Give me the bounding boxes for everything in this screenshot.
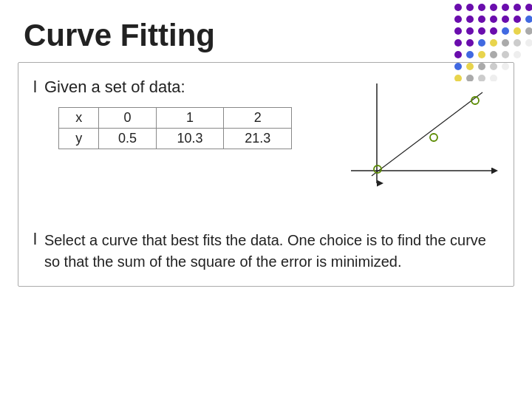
svg-line-45 bbox=[372, 92, 482, 176]
svg-point-12 bbox=[514, 16, 521, 23]
svg-point-13 bbox=[525, 16, 532, 23]
svg-point-8 bbox=[466, 16, 474, 23]
table-row-x: x 0 1 2 bbox=[59, 108, 292, 129]
table-cell-y-label: y bbox=[59, 129, 99, 149]
top-section: l Given a set of data: x 0 1 2 y 0.5 10.… bbox=[33, 76, 499, 209]
svg-point-16 bbox=[478, 27, 485, 35]
svg-point-32 bbox=[502, 51, 509, 58]
svg-point-19 bbox=[514, 27, 521, 35]
table-cell-x-0: 0 bbox=[99, 108, 156, 129]
svg-point-37 bbox=[490, 63, 497, 70]
table-cell-x-label: x bbox=[59, 108, 99, 129]
left-column: l Given a set of data: x 0 1 2 y 0.5 10.… bbox=[33, 76, 292, 149]
table-cell-y-0: 0.5 bbox=[99, 129, 156, 149]
svg-point-21 bbox=[454, 39, 462, 47]
svg-point-26 bbox=[514, 39, 521, 47]
bottom-section: l Select a curve that best fits the data… bbox=[33, 228, 499, 273]
data-table: x 0 1 2 y 0.5 10.3 21.3 bbox=[58, 107, 292, 149]
svg-point-1 bbox=[466, 4, 474, 11]
svg-point-23 bbox=[478, 39, 485, 47]
content-area: l Given a set of data: x 0 1 2 y 0.5 10.… bbox=[18, 62, 514, 287]
svg-point-0 bbox=[454, 4, 462, 11]
svg-point-6 bbox=[525, 4, 532, 11]
svg-point-28 bbox=[454, 51, 462, 58]
svg-point-20 bbox=[525, 27, 532, 35]
svg-point-22 bbox=[466, 39, 474, 47]
decorative-dot-grid: // dots drawn inline below bbox=[451, 0, 532, 81]
svg-point-47 bbox=[430, 134, 437, 141]
bullet2-marker: l bbox=[33, 230, 37, 249]
svg-point-2 bbox=[478, 4, 485, 11]
table-cell-y-1: 10.3 bbox=[156, 129, 224, 149]
bottom-text: Select a curve that best fits the data. … bbox=[44, 230, 499, 273]
svg-point-10 bbox=[490, 16, 497, 23]
svg-point-33 bbox=[514, 51, 521, 58]
svg-point-7 bbox=[454, 16, 462, 23]
svg-point-5 bbox=[514, 4, 521, 11]
svg-point-14 bbox=[454, 27, 462, 35]
graph-svg bbox=[307, 76, 499, 209]
svg-point-9 bbox=[478, 16, 485, 23]
svg-point-34 bbox=[454, 63, 462, 70]
bullet1-row: l Given a set of data: bbox=[33, 76, 292, 97]
bullet1-marker: l bbox=[33, 78, 37, 97]
table-cell-y-2: 21.3 bbox=[224, 129, 292, 149]
svg-point-27 bbox=[525, 39, 532, 47]
given-text: Given a set of data: bbox=[44, 78, 185, 97]
svg-point-36 bbox=[478, 63, 485, 70]
graph-area bbox=[307, 76, 499, 209]
svg-point-25 bbox=[502, 39, 509, 47]
svg-point-30 bbox=[478, 51, 485, 58]
svg-point-35 bbox=[466, 63, 474, 70]
svg-point-29 bbox=[466, 51, 474, 58]
table-cell-x-1: 1 bbox=[156, 108, 224, 129]
svg-point-11 bbox=[502, 16, 509, 23]
table-cell-x-2: 2 bbox=[224, 108, 292, 129]
svg-point-4 bbox=[502, 4, 509, 11]
table-row-y: y 0.5 10.3 21.3 bbox=[59, 129, 292, 149]
svg-point-15 bbox=[466, 27, 474, 35]
svg-point-31 bbox=[490, 51, 497, 58]
svg-point-17 bbox=[490, 27, 497, 35]
svg-point-3 bbox=[490, 4, 497, 11]
svg-point-18 bbox=[502, 27, 509, 35]
svg-point-24 bbox=[490, 39, 497, 47]
svg-point-38 bbox=[502, 63, 509, 70]
